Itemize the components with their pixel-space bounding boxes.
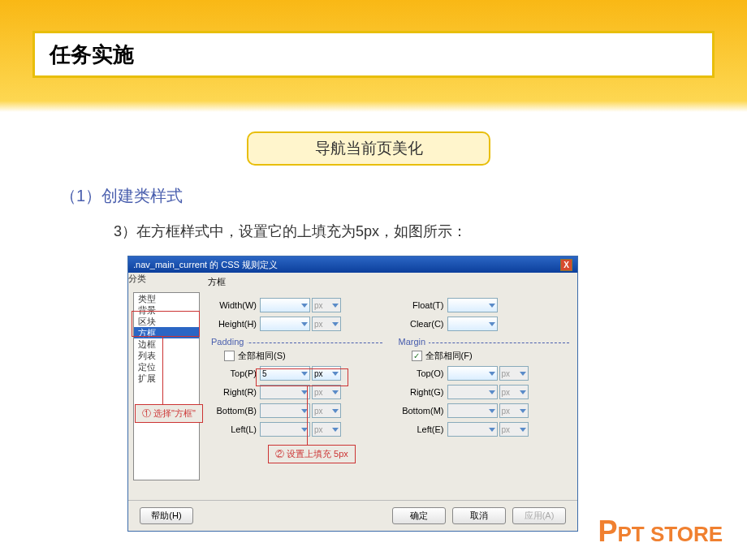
width-label: Width(W) [208, 300, 258, 310]
height-input[interactable] [260, 317, 310, 331]
margin-bottom-label: Bottom(M) [395, 406, 446, 416]
chevron-down-icon [332, 409, 339, 413]
margin-same-checkbox[interactable]: ✓ [412, 351, 422, 361]
chevron-down-icon [332, 390, 339, 394]
margin-top-unit[interactable]: px [499, 366, 529, 381]
dialog-title-text: .nav_main_current 的 CSS 规则定义 [133, 259, 278, 271]
padding-top-label: Top(P) [208, 368, 258, 378]
dialog-button-bar: 帮助(H) 确定 取消 应用(A) [128, 500, 577, 531]
padding-right-unit[interactable]: px [312, 385, 341, 399]
sidebar-label: 分类 [128, 273, 146, 285]
css-rule-dialog: .nav_main_current 的 CSS 规则定义 X 分类 类型 背景 … [127, 256, 578, 532]
padding-right-input[interactable] [260, 385, 310, 399]
float-label: Float(T) [395, 300, 446, 310]
box-panel: 方框 Width(W) px Height(H) px [200, 273, 577, 500]
heading-1: （1）创建类样式 [60, 185, 183, 207]
chevron-down-icon [489, 390, 495, 394]
chevron-down-icon [520, 409, 526, 413]
annotation-box-sidebar [132, 311, 200, 337]
chevron-down-icon [520, 390, 526, 394]
padding-left-input[interactable] [260, 422, 310, 437]
padding-bottom-input[interactable] [260, 403, 310, 418]
chevron-down-icon [520, 428, 526, 432]
margin-bottom-unit[interactable]: px [499, 403, 529, 418]
cancel-button[interactable]: 取消 [452, 507, 506, 524]
margin-left-unit[interactable]: px [499, 422, 529, 437]
callout-2-line [307, 386, 308, 445]
subtitle-tag: 导航当前页美化 [247, 131, 490, 166]
ppt-store-logo: PPT STORE [598, 515, 723, 549]
sidebar-item-type[interactable]: 类型 [134, 293, 199, 304]
chevron-down-icon [489, 322, 495, 326]
sidebar-item-position[interactable]: 定位 [134, 361, 199, 373]
margin-top-label: Top(O) [395, 368, 446, 378]
chevron-down-icon [332, 322, 339, 326]
slide-title: 任务实施 [50, 41, 134, 69]
padding-same-label: 全部相同(S) [238, 350, 286, 362]
height-unit[interactable]: px [312, 317, 341, 331]
margin-label: Margin [395, 337, 430, 347]
margin-same-label: 全部相同(F) [425, 350, 473, 362]
dialog-titlebar: .nav_main_current 的 CSS 规则定义 X [128, 256, 577, 273]
callout-1: ① 选择"方框" [135, 404, 203, 423]
sidebar-item-border[interactable]: 边框 [134, 338, 199, 350]
padding-right-label: Right(R) [208, 387, 258, 397]
logo-rest: PT STORE [617, 522, 723, 546]
ok-button[interactable]: 确定 [392, 507, 446, 524]
chevron-down-icon [301, 304, 308, 308]
padding-bottom-unit[interactable]: px [312, 403, 341, 418]
margin-right-label: Right(G) [395, 387, 446, 397]
chevron-down-icon [489, 409, 495, 413]
chevron-down-icon [301, 322, 308, 326]
margin-left-input[interactable] [447, 422, 498, 437]
padding-bottom-label: Bottom(B) [208, 406, 258, 416]
annotation-box-top-value [256, 368, 348, 386]
height-label: Height(H) [208, 319, 258, 329]
chevron-down-icon [332, 428, 339, 432]
margin-left-label: Left(E) [395, 424, 446, 434]
callout-2: ② 设置上填充 5px [268, 445, 356, 463]
title-box: 任务实施 [32, 31, 715, 78]
padding-label: Padding [208, 337, 247, 347]
padding-left-label: Left(L) [208, 424, 258, 434]
padding-left-unit[interactable]: px [312, 422, 341, 437]
clear-label: Clear(C) [395, 319, 446, 329]
panel-title: 方框 [208, 276, 569, 288]
heading-2: 3）在方框样式中，设置它的上填充为5px，如图所示： [114, 222, 467, 241]
apply-button[interactable]: 应用(A) [512, 507, 566, 524]
chevron-down-icon [489, 428, 495, 432]
chevron-down-icon [489, 304, 495, 308]
clear-input[interactable] [447, 317, 498, 331]
margin-bottom-input[interactable] [447, 403, 498, 418]
logo-p: P [598, 515, 617, 548]
close-icon[interactable]: X [560, 259, 572, 271]
callout-1-line [162, 336, 163, 404]
margin-top-input[interactable] [447, 366, 498, 381]
help-button[interactable]: 帮助(H) [140, 507, 193, 524]
sidebar-item-extend[interactable]: 扩展 [134, 373, 199, 384]
width-unit[interactable]: px [312, 298, 341, 312]
margin-right-input[interactable] [447, 385, 498, 399]
chevron-down-icon [520, 372, 526, 376]
float-input[interactable] [447, 298, 498, 312]
margin-right-unit[interactable]: px [499, 385, 529, 399]
chevron-down-icon [332, 304, 339, 308]
width-input[interactable] [260, 298, 310, 312]
chevron-down-icon [489, 372, 495, 376]
sidebar-item-list[interactable]: 列表 [134, 350, 199, 361]
padding-same-checkbox[interactable] [224, 351, 235, 361]
